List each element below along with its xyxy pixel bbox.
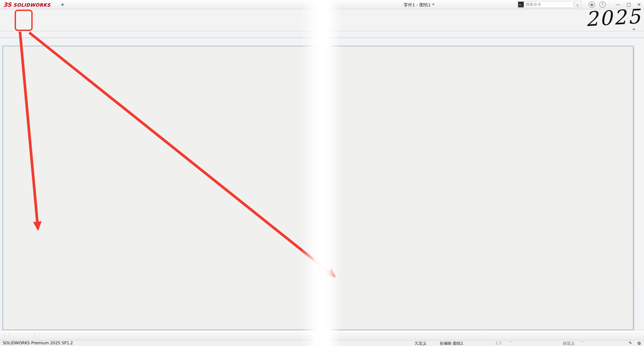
task-pane-strip (634, 47, 644, 283)
ribbon (0, 9, 644, 31)
pin-menu-icon[interactable]: ★ (61, 2, 65, 7)
command-search[interactable]: >_ 搜索命令 ▾ (517, 1, 581, 8)
search-dropdown-icon[interactable]: ▾ (578, 3, 579, 6)
status-bar: SOLIDWORKS Premium 2025 SP1.2 欠定义 在编辑 图纸… (0, 340, 644, 346)
definition-state: 欠定义 (415, 341, 427, 346)
assembly-drawing-window[interactable] (3, 46, 317, 330)
editing-state: 在编辑 图纸1 (440, 341, 463, 346)
command-tab-bar (0, 31, 644, 38)
search-icon[interactable] (573, 3, 577, 6)
handwritten-year-annotation: 2025 (585, 5, 642, 31)
logo-glyph: ЗS (3, 1, 11, 8)
web-status-icon: ◍ (637, 341, 641, 345)
units-dropdown-icon[interactable]: ^ (581, 341, 584, 344)
solidworks-logo: ЗS SOLIDWORKS (3, 1, 51, 8)
scale-dropdown-icon[interactable]: ^ (509, 341, 512, 344)
part-drawing-window[interactable] (326, 46, 633, 330)
logo-text: SOLIDWORKS (13, 2, 51, 8)
year-caret: ^ (632, 28, 636, 33)
search-input[interactable]: 搜索命令 (525, 2, 573, 7)
mdi-area (0, 38, 644, 330)
toolbar-grip: ⋮⋮ (33, 333, 41, 338)
search-command-icon: >_ (518, 2, 524, 7)
units-custom[interactable]: 自定义 (563, 341, 575, 346)
edit-sheet-icon[interactable]: ✎ (629, 341, 632, 345)
sheet-scale[interactable]: 1:2 (495, 341, 501, 345)
document-title: 零件1 - 图纸1 * (404, 2, 434, 8)
product-version: SOLIDWORKS Premium 2025 SP1.2 (3, 341, 73, 345)
toolbar-grip: ⋮⋮ (3, 333, 11, 338)
bottom-toolbar: ⋮⋮ ⋮⋮ (0, 330, 644, 340)
solidworks-screen: ЗS SOLIDWORKS ★ 零件1 - 图纸1 * >_ 搜索命令 ▾ ◉ … (0, 0, 644, 346)
